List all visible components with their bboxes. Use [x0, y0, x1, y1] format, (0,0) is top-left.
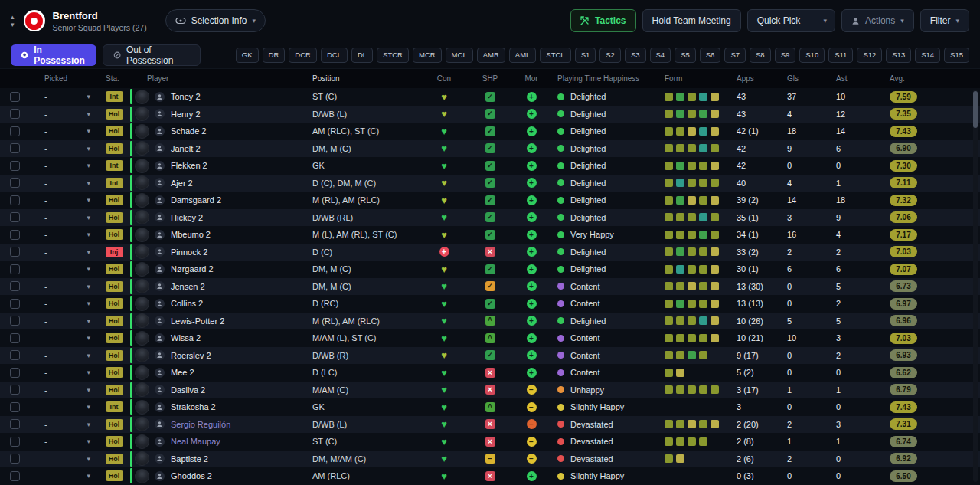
player-profile-icon[interactable] — [155, 299, 165, 309]
player-name[interactable]: Wissa 2 — [171, 333, 201, 342]
player-profile-icon[interactable] — [155, 333, 165, 343]
player-name[interactable]: Roerslev 2 — [171, 351, 211, 360]
table-row[interactable]: - ▾ Hol Nørgaard 2 DM, M (C) ♥ ✓ — [0, 261, 980, 278]
table-row[interactable]: - ▾ Int Strakosha 2 GK ♥ ^ − — [0, 398, 980, 416]
picked-dropdown[interactable]: - ▾ — [31, 398, 101, 416]
table-row[interactable]: - ▾ Int Flekken 2 GK ♥ ✓ + — [0, 157, 980, 175]
col-gls[interactable]: Gls — [779, 69, 828, 88]
player-name[interactable]: Lewis-Potter 2 — [171, 316, 224, 326]
position-chip-s15[interactable]: S15 — [944, 48, 969, 63]
position-chip-s4[interactable]: S4 — [650, 48, 671, 63]
picked-dropdown[interactable]: - ▾ — [31, 364, 101, 382]
col-ast[interactable]: Ast — [828, 69, 879, 88]
position-chip-s13[interactable]: S13 — [886, 48, 911, 63]
actions-button[interactable]: Actions ▾ — [841, 9, 914, 32]
picked-dropdown[interactable]: - ▾ — [31, 329, 101, 347]
col-player[interactable]: Player — [135, 69, 309, 88]
player-profile-icon[interactable] — [155, 264, 165, 274]
table-row[interactable]: - ▾ Hol Wissa 2 M/AM (L), ST (C) ♥ ^ — [0, 329, 980, 347]
col-apps[interactable]: Apps — [729, 69, 779, 88]
picked-dropdown[interactable]: - ▾ — [31, 157, 101, 175]
player-profile-icon[interactable] — [155, 126, 165, 136]
player-name[interactable]: Mee 2 — [171, 368, 194, 377]
position-chip-s14[interactable]: S14 — [915, 48, 940, 63]
player-name[interactable]: Neal Maupay — [171, 437, 220, 446]
row-checkbox[interactable] — [10, 178, 20, 188]
picked-dropdown[interactable]: - ▾ — [31, 382, 101, 399]
picked-dropdown[interactable]: - ▾ — [31, 261, 101, 278]
picked-dropdown[interactable]: - ▾ — [31, 106, 101, 123]
quick-pick-dropdown[interactable]: ▾ — [815, 10, 835, 31]
player-name[interactable]: Ajer 2 — [171, 179, 193, 188]
row-checkbox[interactable] — [10, 299, 20, 309]
player-name[interactable]: Ghoddos 2 — [171, 471, 212, 480]
row-checkbox[interactable] — [10, 385, 20, 395]
picked-dropdown[interactable]: - ▾ — [31, 209, 101, 227]
position-chip-stcl[interactable]: STCL — [540, 48, 570, 63]
col-happiness[interactable]: Playing Time Happiness — [548, 69, 655, 88]
position-chip-dr[interactable]: DR — [263, 48, 286, 63]
quick-pick-main[interactable]: Quick Pick — [748, 10, 810, 31]
filter-button[interactable]: Filter ▾ — [920, 9, 969, 32]
player-profile-icon[interactable] — [155, 350, 165, 360]
player-profile-icon[interactable] — [155, 143, 165, 153]
player-profile-icon[interactable] — [155, 178, 165, 188]
hold-team-meeting-button[interactable]: Hold Team Meeting — [642, 9, 741, 32]
table-row[interactable]: - ▾ Hol Dasilva 2 M/AM (C) ♥ × − — [0, 382, 980, 399]
scrollbar-thumb[interactable] — [973, 91, 978, 128]
row-checkbox[interactable] — [10, 333, 20, 343]
table-row[interactable]: - ▾ Hol Henry 2 D/WB (L) ♥ ✓ + — [0, 106, 980, 123]
player-profile-icon[interactable] — [155, 230, 165, 240]
player-profile-icon[interactable] — [155, 402, 165, 412]
position-chip-mcl[interactable]: MCL — [446, 48, 473, 63]
player-profile-icon[interactable] — [155, 212, 165, 222]
player-profile-icon[interactable] — [155, 109, 165, 119]
player-name[interactable]: Dasilva 2 — [171, 385, 205, 395]
tactics-button[interactable]: Tactics — [570, 9, 635, 32]
player-profile-icon[interactable] — [155, 281, 165, 291]
player-name[interactable]: Strakosha 2 — [171, 402, 216, 411]
position-chip-s6[interactable]: S6 — [700, 48, 721, 63]
row-checkbox[interactable] — [10, 350, 20, 360]
position-chip-gk[interactable]: GK — [236, 48, 259, 63]
picked-dropdown[interactable]: - ▾ — [31, 123, 101, 140]
player-name[interactable]: Baptiste 2 — [171, 454, 208, 464]
picked-dropdown[interactable]: - ▾ — [31, 244, 101, 261]
player-name[interactable]: Hickey 2 — [171, 213, 203, 222]
col-avg[interactable]: Avg. — [879, 69, 940, 88]
chevron-up-icon[interactable]: ▴ — [11, 14, 15, 20]
table-row[interactable]: - ▾ Hol Mee 2 D (LC) ♥ × + — [0, 364, 980, 382]
position-chip-dl[interactable]: DL — [351, 48, 373, 63]
position-chip-aml[interactable]: AML — [509, 48, 537, 63]
row-checkbox[interactable] — [10, 264, 20, 274]
position-chip-stcr[interactable]: STCR — [377, 48, 409, 63]
row-checkbox[interactable] — [10, 143, 20, 153]
row-checkbox[interactable] — [10, 230, 20, 240]
table-row[interactable]: - ▾ Hol Janelt 2 DM, M (C) ♥ ✓ + — [0, 140, 980, 158]
position-chip-s9[interactable]: S9 — [775, 48, 796, 63]
row-checkbox[interactable] — [10, 471, 20, 481]
table-row[interactable]: - ▾ Int Ajer 2 D (C), DM, M (C) ♥ ✓ — [0, 175, 980, 192]
picked-dropdown[interactable]: - ▾ — [31, 313, 101, 330]
picked-dropdown[interactable]: - ▾ — [31, 467, 101, 485]
player-profile-icon[interactable] — [155, 195, 165, 205]
player-name[interactable]: Collins 2 — [171, 299, 203, 308]
position-chip-s8[interactable]: S8 — [750, 48, 771, 63]
table-row[interactable]: - ▾ Hol Collins 2 D (RC) ♥ ✓ + — [0, 295, 980, 313]
col-form[interactable]: Form — [655, 69, 729, 88]
position-chip-s5[interactable]: S5 — [675, 48, 696, 63]
picked-dropdown[interactable]: - ▾ — [31, 88, 101, 106]
picked-dropdown[interactable]: - ▾ — [31, 278, 101, 296]
picked-dropdown[interactable]: - ▾ — [31, 226, 101, 244]
player-profile-icon[interactable] — [155, 92, 165, 102]
table-row[interactable]: - ▾ Hol Ghoddos 2 AM (RLC) ♥ × + — [0, 467, 980, 485]
picked-dropdown[interactable]: - ▾ — [31, 192, 101, 209]
position-chip-dcr[interactable]: DCR — [289, 48, 317, 63]
player-name[interactable]: Nørgaard 2 — [171, 264, 214, 274]
row-checkbox[interactable] — [10, 126, 20, 136]
picked-dropdown[interactable]: - ▾ — [31, 433, 101, 451]
player-name[interactable]: Toney 2 — [171, 92, 201, 101]
picked-dropdown[interactable]: - ▾ — [31, 140, 101, 158]
position-chip-s11[interactable]: S11 — [828, 48, 853, 63]
player-name[interactable]: Henry 2 — [171, 110, 201, 119]
